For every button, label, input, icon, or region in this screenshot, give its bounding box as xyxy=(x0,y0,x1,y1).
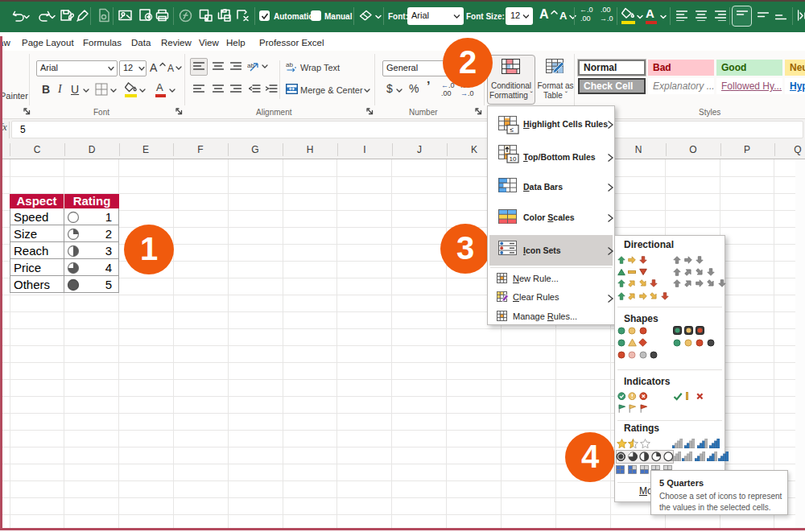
svg-text:ab: ab xyxy=(247,62,254,69)
svg-text:≤: ≤ xyxy=(510,126,514,134)
svg-text:ab: ab xyxy=(286,61,293,68)
svg-text:10: 10 xyxy=(510,155,517,163)
